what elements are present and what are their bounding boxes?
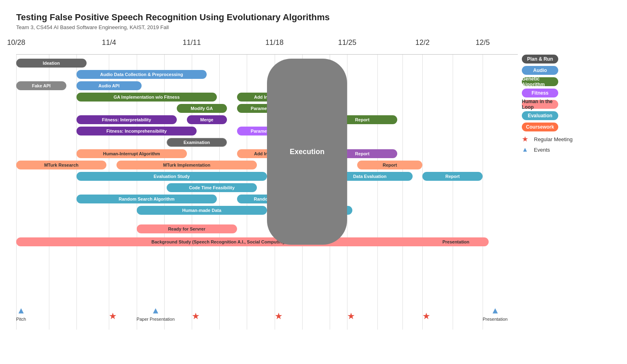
date-1028: 10/28 (7, 38, 25, 47)
bar-human-made-data: Human-made Data (137, 206, 267, 215)
event-star-1111: ★ (192, 311, 200, 322)
event-pitch: ▲ Pitch (16, 305, 26, 322)
bar-modify-ga: Modify GA (177, 104, 227, 113)
page-subtitle: Team 3, CS454 AI Based Software Engineer… (16, 24, 611, 30)
event-paper-presentation: ▲ Paper Presentation (137, 305, 175, 322)
legend-fitness-box: Fitness (522, 89, 558, 97)
legend-evaluation-box: Evaluation (522, 111, 558, 120)
legend: Plan & Run Audio Genetic Algorithm Fitne… (522, 55, 611, 156)
bar-code-time: Code Time Feasibility (167, 183, 257, 192)
legend-audio-box: Audio (522, 66, 558, 75)
date-1125: 11/25 (338, 38, 356, 47)
legend-human-loop-box: Human in the Loop (522, 100, 558, 109)
legend-events: ▲ Events (522, 146, 611, 153)
bar-report-eval: Report (422, 172, 483, 181)
legend-audio: Audio (522, 66, 611, 75)
bar-examination: Examination (167, 138, 227, 147)
legend-triangle-icon: ▲ (522, 146, 528, 153)
date-1111: 11/11 (182, 38, 201, 47)
bar-fitness-incomp: Fitness: Incomprehensibility (76, 127, 197, 135)
legend-evaluation: Evaluation (522, 111, 611, 120)
bar-ideation: Ideation (16, 59, 87, 68)
legend-human-loop: Human in the Loop (522, 100, 611, 109)
presentation-triangle-icon: ▲ (491, 305, 500, 316)
page: Testing False Positive Speech Recognitio… (0, 0, 627, 364)
event-star-1125: ★ (347, 311, 355, 322)
bar-merge: Merge (187, 115, 227, 124)
gantt-body: Ideation Audio Data Collection & Preproc… (16, 55, 518, 330)
bar-presentation: Presentation (423, 237, 488, 246)
date-125: 12/5 (476, 38, 490, 47)
presentation-label: Presentation (483, 317, 508, 322)
bar-fitness-interp: Fitness: Interpretability (76, 115, 177, 124)
date-114: 11/4 (102, 38, 116, 47)
bar-fake-api: Fake API (16, 81, 66, 90)
bar-background-study: Background Study (Speech Recognition A.I… (16, 237, 453, 246)
paper-pres-triangle-icon: ▲ (151, 305, 160, 316)
legend-plan-run-box: Plan & Run (522, 55, 558, 63)
legend-fitness: Fitness (522, 89, 611, 97)
legend-regular-meeting: ★ Regular Meeting (522, 135, 611, 144)
legend-coursework-box: Coursework (522, 123, 558, 131)
legend-coursework: Coursework (522, 123, 611, 131)
star-1111-icon: ★ (192, 311, 200, 322)
star-122-icon: ★ (422, 311, 430, 322)
legend-star-icon: ★ (522, 135, 528, 144)
bar-ready-server: Ready for Servrer (137, 224, 237, 233)
legend-events-label: Events (534, 147, 550, 153)
legend-plan-run: Plan & Run (522, 55, 611, 63)
bar-mturk-research: MTurk Research (16, 161, 106, 169)
legend-genetic-algo-box: Genetic Algorithm (522, 77, 558, 86)
bar-report-human: Report (357, 161, 422, 169)
legend-regular-meeting-label: Regular Meeting (534, 136, 572, 142)
bar-audio-api: Audio API (76, 81, 142, 90)
bar-mturk-impl: MTurk Implementation (117, 161, 257, 169)
execution-blob: Execution (267, 59, 347, 245)
star-1125-icon: ★ (347, 311, 355, 322)
bar-ga-impl: GA Implementation w/o Fitness (76, 93, 217, 102)
date-122: 12/2 (415, 38, 430, 47)
star-1118-icon: ★ (275, 311, 283, 322)
event-star-114: ★ (109, 311, 117, 322)
event-star-1118: ★ (275, 311, 283, 322)
timeline-header: 10/28 11/4 11/11 11/18 11/25 12/2 12/5 (16, 38, 518, 55)
paper-pres-label: Paper Presentation (137, 317, 175, 322)
bar-eval-study: Evaluation Study (76, 172, 267, 181)
chart-area: 10/28 11/4 11/11 11/18 11/25 12/2 12/5 (16, 38, 611, 346)
page-title: Testing False Positive Speech Recognitio… (16, 12, 611, 23)
star-114-icon: ★ (109, 311, 117, 322)
pitch-label: Pitch (16, 317, 26, 322)
event-presentation: ▲ Presentation (483, 305, 508, 322)
bar-random-search-algo: Random Search Algorithm (76, 195, 217, 203)
legend-genetic-algo: Genetic Algorithm (522, 77, 611, 86)
event-star-122: ★ (422, 311, 430, 322)
bar-audio-collection: Audio Data Collection & Preprocessing (76, 70, 207, 79)
date-1118: 11/18 (265, 38, 284, 47)
pitch-triangle-icon: ▲ (17, 305, 25, 316)
bar-human-interrupt-algo: Human-Interrupt Algorithm (76, 149, 187, 158)
